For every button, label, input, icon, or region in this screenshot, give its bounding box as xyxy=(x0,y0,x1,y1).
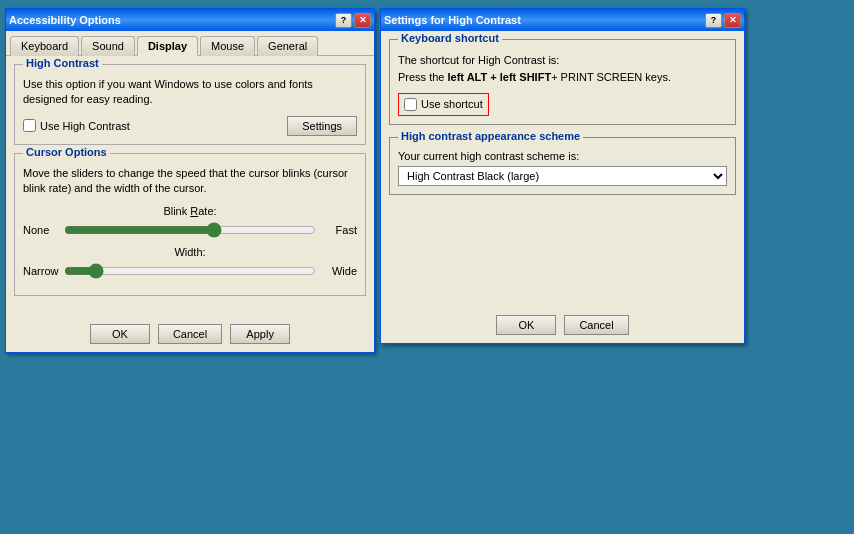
blink-fast-label: Fast xyxy=(322,224,357,236)
accessibility-title-bar: Accessibility Options ? ✕ xyxy=(6,9,374,31)
tab-general[interactable]: General xyxy=(257,36,318,56)
hc-cancel-button[interactable]: Cancel xyxy=(564,315,628,335)
title-bar-buttons: ? ✕ xyxy=(335,13,371,28)
hc-ok-button[interactable]: OK xyxy=(496,315,556,335)
use-shortcut-text: Use shortcut xyxy=(421,96,483,113)
keyboard-shortcut-title: Keyboard shortcut xyxy=(398,32,502,44)
hc-close-button[interactable]: ✕ xyxy=(724,13,741,28)
appearance-scheme-content: Your current high contrast scheme is: Hi… xyxy=(398,150,727,186)
high-contrast-group: High Contrast Use this option if you wan… xyxy=(14,64,366,145)
accessibility-dialog-buttons: OK Cancel Apply xyxy=(6,316,374,352)
width-wide-label: Wide xyxy=(322,265,357,277)
high-contrast-settings-button[interactable]: Settings xyxy=(287,116,357,136)
scheme-dropdown[interactable]: High Contrast Black (large) High Contras… xyxy=(398,166,727,186)
shortcut-keys: left ALT + left SHIFT xyxy=(448,71,552,83)
blink-rate-row: None Fast xyxy=(23,220,357,240)
cursor-options-group: Cursor Options Move the sliders to chang… xyxy=(14,153,366,296)
width-row: Narrow Wide xyxy=(23,261,357,281)
hc-title-buttons: ? ✕ xyxy=(705,13,741,28)
display-tab-content: High Contrast Use this option if you wan… xyxy=(6,55,374,312)
width-label: Width: xyxy=(23,246,357,258)
width-slider[interactable] xyxy=(64,261,316,281)
tab-sound[interactable]: Sound xyxy=(81,36,135,56)
dialog-title: Accessibility Options xyxy=(9,14,121,26)
appearance-scheme-title: High contrast appearance scheme xyxy=(398,130,583,142)
close-button[interactable]: ✕ xyxy=(354,13,371,28)
accessibility-apply-button[interactable]: Apply xyxy=(230,324,290,344)
hc-dialog-body: Keyboard shortcut The shortcut for High … xyxy=(381,31,744,303)
use-shortcut-checkbox[interactable] xyxy=(404,98,417,111)
accessibility-ok-button[interactable]: OK xyxy=(90,324,150,344)
title-bar-text-group: Accessibility Options xyxy=(9,14,121,26)
shortcut-line1: The shortcut for High Contrast is: xyxy=(398,52,727,69)
tab-keyboard[interactable]: Keyboard xyxy=(10,36,79,56)
width-container: Width: Narrow Wide xyxy=(23,246,357,281)
shortcut-suffix: + PRINT SCREEN keys. xyxy=(551,71,671,83)
blink-rate-text: Blink Rate: xyxy=(163,205,216,217)
use-high-contrast-checkbox[interactable] xyxy=(23,119,36,132)
blink-none-label: None xyxy=(23,224,58,236)
cursor-options-content: Move the sliders to change the speed tha… xyxy=(23,166,357,281)
hc-dialog-title: Settings for High Contrast xyxy=(384,14,521,26)
use-shortcut-container: Use shortcut xyxy=(398,93,727,116)
use-high-contrast-label[interactable]: Use High Contrast xyxy=(23,119,130,132)
blink-rate-container: Blink Rate: None Fast xyxy=(23,205,357,240)
keyboard-shortcut-content: The shortcut for High Contrast is: Press… xyxy=(398,52,727,116)
dialog-spacer xyxy=(389,195,736,295)
shortcut-prefix: Press the xyxy=(398,71,448,83)
tab-mouse[interactable]: Mouse xyxy=(200,36,255,56)
tab-bar: Keyboard Sound Display Mouse General xyxy=(6,31,374,55)
appearance-scheme-section: High contrast appearance scheme Your cur… xyxy=(389,137,736,195)
high-contrast-controls: Use High Contrast Settings xyxy=(23,116,357,136)
cursor-description: Move the sliders to change the speed tha… xyxy=(23,166,357,197)
high-contrast-settings-dialog: Settings for High Contrast ? ✕ Keyboard … xyxy=(380,8,745,344)
accessibility-cancel-button[interactable]: Cancel xyxy=(158,324,222,344)
high-contrast-title: High Contrast xyxy=(23,57,102,69)
scheme-label: Your current high contrast scheme is: xyxy=(398,150,727,162)
hc-title-bar: Settings for High Contrast ? ✕ xyxy=(381,9,744,31)
shortcut-line2: Press the left ALT + left SHIFT+ PRINT S… xyxy=(398,69,727,86)
accessibility-options-dialog: Accessibility Options ? ✕ Keyboard Sound… xyxy=(5,8,375,353)
blink-rate-label: Blink Rate: xyxy=(23,205,357,217)
high-contrast-description: Use this option if you want Windows to u… xyxy=(23,77,357,108)
hc-help-button[interactable]: ? xyxy=(705,13,722,28)
hc-title-text-group: Settings for High Contrast xyxy=(384,14,521,26)
tab-display[interactable]: Display xyxy=(137,36,198,56)
width-text: Width: xyxy=(174,246,205,258)
keyboard-shortcut-section: Keyboard shortcut The shortcut for High … xyxy=(389,39,736,125)
hc-dialog-buttons: OK Cancel xyxy=(381,307,744,343)
cursor-options-title: Cursor Options xyxy=(23,146,110,158)
help-button[interactable]: ? xyxy=(335,13,352,28)
use-shortcut-label[interactable]: Use shortcut xyxy=(398,93,489,116)
use-high-contrast-text: Use High Contrast xyxy=(40,120,130,132)
blink-rate-slider[interactable] xyxy=(64,220,316,240)
high-contrast-content: Use this option if you want Windows to u… xyxy=(23,77,357,136)
width-narrow-label: Narrow xyxy=(23,265,58,277)
